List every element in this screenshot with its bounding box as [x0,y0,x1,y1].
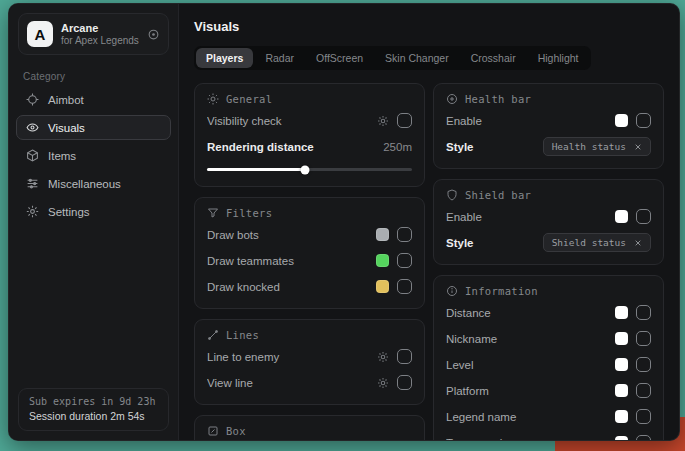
session-duration-text: Session duration 2m 54s [29,410,158,422]
setting-row-health-style: Style Health status [446,136,651,157]
line-to-enemy-checkbox[interactable] [397,349,412,364]
draw-teammates-checkbox[interactable] [397,253,412,268]
crosshair-icon [26,93,39,106]
selected-option: Health status [552,141,626,152]
card-title: Information [465,285,538,297]
close-icon[interactable] [634,143,642,151]
draw-knocked-checkbox[interactable] [397,279,412,294]
color-swatch[interactable] [615,384,628,397]
shield-style-select[interactable]: Shield status [543,233,651,252]
color-swatch[interactable] [615,306,628,319]
color-swatch[interactable] [376,254,389,267]
gear-icon[interactable] [377,115,389,127]
sidebar-item-label: Visuals [48,122,85,134]
setting-label: Style [446,141,543,153]
setting-label: Level [446,359,615,371]
setting-row-rendering-distance: Rendering distance 250m [207,136,412,157]
slider-value: 250m [383,141,412,153]
sun-icon [207,93,219,105]
sliders-icon [26,177,39,190]
setting-row-shield-style: Style Shield status [446,232,651,253]
slider-thumb[interactable] [301,165,310,174]
page-title: Visuals [194,19,664,34]
close-icon[interactable] [634,239,642,247]
tab-highlight[interactable]: Highlight [528,48,589,68]
setting-label: Legend name [446,411,615,423]
health-style-select[interactable]: Health status [543,137,651,156]
setting-row-level: Level [446,354,651,375]
card-title: General [226,93,272,105]
color-swatch[interactable] [615,410,628,423]
gear-icon[interactable] [377,351,389,363]
distance-checkbox[interactable] [636,305,651,320]
color-swatch[interactable] [376,280,389,293]
sidebar-item-settings[interactable]: Settings [16,199,171,224]
app-subtitle: for Apex Legends [61,35,139,46]
target-icon[interactable] [147,28,160,41]
card-filters: Filters Draw bots Draw teammates [194,197,425,309]
view-line-checkbox[interactable] [397,375,412,390]
app-window: A Arcane for Apex Legends Category Aimbo… [8,3,680,441]
setting-label: Platform [446,385,615,397]
shield-enable-checkbox[interactable] [636,209,651,224]
slider-fill [207,168,305,171]
setting-row-distance: Distance [446,302,651,323]
category-label: Category [23,71,164,82]
setting-label: Rendering distance [207,141,383,153]
setting-label: Draw knocked [207,281,376,293]
sidebar-item-label: Settings [48,206,90,218]
rendering-distance-slider[interactable] [207,163,412,175]
tab-players[interactable]: Players [196,48,253,68]
gear-icon [26,205,39,218]
setting-row-health-enable: Enable [446,110,651,131]
info-icon [446,285,458,297]
selected-option: Shield status [552,237,626,248]
platform-checkbox[interactable] [636,383,651,398]
nickname-checkbox[interactable] [636,331,651,346]
box-icon [207,425,219,437]
color-swatch[interactable] [376,228,389,241]
color-swatch[interactable] [615,436,628,440]
sidebar-item-aimbot[interactable]: Aimbot [16,87,171,112]
setting-label: Team number [446,437,615,441]
color-swatch[interactable] [615,358,628,371]
tab-skin-changer[interactable]: Skin Changer [375,48,459,68]
team-number-checkbox[interactable] [636,435,651,440]
color-swatch[interactable] [615,332,628,345]
setting-row-draw-knocked: Draw knocked [207,276,412,297]
setting-label: Draw teammates [207,255,376,267]
tab-radar[interactable]: Radar [255,48,304,68]
card-title: Filters [226,207,272,219]
setting-row-view-line: View line [207,372,412,393]
draw-bots-checkbox[interactable] [397,227,412,242]
health-enable-checkbox[interactable] [636,113,651,128]
setting-row-draw-teammates: Draw teammates [207,250,412,271]
setting-row-nickname: Nickname [446,328,651,349]
sidebar-item-label: Miscellaneous [48,178,121,190]
sidebar-item-items[interactable]: Items [16,143,171,168]
tab-crosshair[interactable]: Crosshair [461,48,526,68]
main-content: Visuals Players Radar OffScreen Skin Cha… [179,4,679,440]
sidebar-item-visuals[interactable]: Visuals [16,115,171,140]
setting-row-line-to-enemy: Line to enemy [207,346,412,367]
setting-row-draw-bots: Draw bots [207,224,412,245]
setting-label: Draw bots [207,229,376,241]
card-title: Shield bar [465,189,531,201]
card-health-bar: Health bar Enable Style Health status [433,83,664,169]
legend-name-checkbox[interactable] [636,409,651,424]
card-information: Information Distance Nickname [433,275,664,440]
setting-row-shield-enable: Enable [446,206,651,227]
card-title: Health bar [465,93,531,105]
card-shield-bar: Shield bar Enable Style Shield status [433,179,664,265]
level-checkbox[interactable] [636,357,651,372]
sidebar-item-miscellaneous[interactable]: Miscellaneous [16,171,171,196]
gear-icon[interactable] [377,377,389,389]
card-general: General Visibility check Rendering dista… [194,83,425,187]
line-icon [207,329,219,341]
color-swatch[interactable] [615,114,628,127]
setting-row-visibility-check: Visibility check [207,110,412,131]
tab-offscreen[interactable]: OffScreen [306,48,373,68]
visibility-check-checkbox[interactable] [397,113,412,128]
sidebar-item-label: Aimbot [48,94,84,106]
color-swatch[interactable] [615,210,628,223]
